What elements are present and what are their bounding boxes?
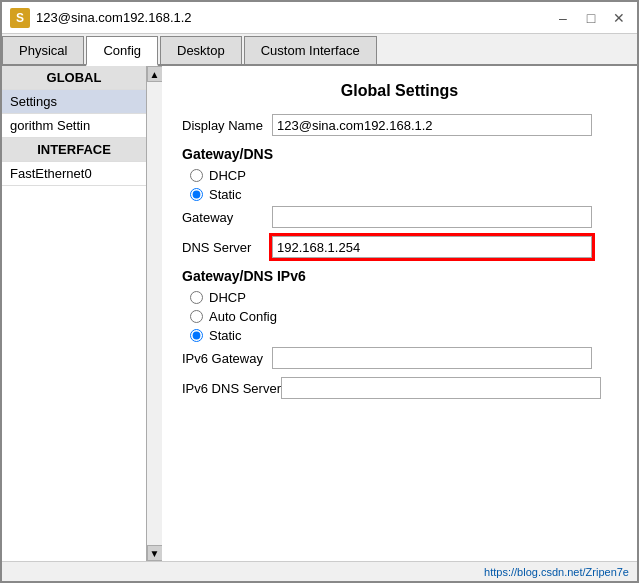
ipv6-dns-label: IPv6 DNS Server bbox=[182, 381, 281, 396]
tab-desktop[interactable]: Desktop bbox=[160, 36, 242, 64]
sidebar-item-interface-header: INTERFACE bbox=[2, 138, 146, 162]
display-name-label: Display Name bbox=[182, 118, 272, 133]
sidebar-item-algorithm[interactable]: gorithm Settin bbox=[2, 114, 146, 138]
display-name-row: Display Name bbox=[182, 114, 617, 136]
dhcp-v6-radio-row: DHCP bbox=[190, 290, 617, 305]
gateway-dns-title: Gateway/DNS bbox=[182, 146, 617, 162]
tab-config[interactable]: Config bbox=[86, 36, 158, 66]
app-icon: S bbox=[10, 8, 30, 28]
dhcp-radio-row: DHCP bbox=[190, 168, 617, 183]
ipv6-dns-input[interactable] bbox=[281, 377, 601, 399]
static-label: Static bbox=[209, 187, 242, 202]
window-title: 123@sina.com192.168.1.2 bbox=[36, 10, 553, 25]
gateway-label: Gateway bbox=[182, 210, 272, 225]
dns-server-input[interactable] bbox=[272, 236, 592, 258]
static-radio-row: Static bbox=[190, 187, 617, 202]
dhcp-v6-radio[interactable] bbox=[190, 291, 203, 304]
display-name-input[interactable] bbox=[272, 114, 592, 136]
gateway-row: Gateway bbox=[182, 206, 617, 228]
sidebar-item-global-header: GLOBAL bbox=[2, 66, 146, 90]
sidebar-item-settings[interactable]: Settings bbox=[2, 90, 146, 114]
dhcp-v6-label: DHCP bbox=[209, 290, 246, 305]
statusbar: https://blog.csdn.net/Zripen7e bbox=[2, 561, 637, 581]
dns-server-row: DNS Server bbox=[182, 236, 617, 258]
titlebar: S 123@sina.com192.168.1.2 – □ ✕ bbox=[2, 2, 637, 34]
ipv6-gateway-label: IPv6 Gateway bbox=[182, 351, 272, 366]
main-area: GLOBAL Settings gorithm Settin INTERFACE… bbox=[2, 66, 637, 561]
dhcp-radio[interactable] bbox=[190, 169, 203, 182]
dhcp-label: DHCP bbox=[209, 168, 246, 183]
tab-physical[interactable]: Physical bbox=[2, 36, 84, 64]
content-title: Global Settings bbox=[182, 82, 617, 100]
auto-config-label: Auto Config bbox=[209, 309, 277, 324]
status-url: https://blog.csdn.net/Zripen7e bbox=[484, 566, 629, 578]
tabbar: Physical Config Desktop Custom Interface bbox=[2, 34, 637, 66]
scroll-up-arrow[interactable]: ▲ bbox=[147, 66, 163, 82]
sidebar-content: GLOBAL Settings gorithm Settin INTERFACE… bbox=[2, 66, 146, 561]
main-window: S 123@sina.com192.168.1.2 – □ ✕ Physical… bbox=[0, 0, 639, 583]
auto-config-radio-row: Auto Config bbox=[190, 309, 617, 324]
sidebar-item-fastethernet[interactable]: FastEthernet0 bbox=[2, 162, 146, 186]
gateway-dns-ipv6-title: Gateway/DNS IPv6 bbox=[182, 268, 617, 284]
tab-custom-interface[interactable]: Custom Interface bbox=[244, 36, 377, 64]
static-v6-radio-row: Static bbox=[190, 328, 617, 343]
sidebar-scrollbar: ▲ ▼ bbox=[146, 66, 162, 561]
minimize-button[interactable]: – bbox=[553, 8, 573, 28]
content-area: Global Settings Display Name Gateway/DNS… bbox=[162, 66, 637, 561]
sidebar: GLOBAL Settings gorithm Settin INTERFACE… bbox=[2, 66, 162, 561]
close-button[interactable]: ✕ bbox=[609, 8, 629, 28]
static-radio[interactable] bbox=[190, 188, 203, 201]
dns-server-label: DNS Server bbox=[182, 240, 272, 255]
static-v6-label: Static bbox=[209, 328, 242, 343]
ipv6-gateway-row: IPv6 Gateway bbox=[182, 347, 617, 369]
ipv6-gateway-input[interactable] bbox=[272, 347, 592, 369]
auto-config-radio[interactable] bbox=[190, 310, 203, 323]
gateway-input[interactable] bbox=[272, 206, 592, 228]
static-v6-radio[interactable] bbox=[190, 329, 203, 342]
maximize-button[interactable]: □ bbox=[581, 8, 601, 28]
scroll-down-arrow[interactable]: ▼ bbox=[147, 545, 163, 561]
ipv6-dns-row: IPv6 DNS Server bbox=[182, 377, 617, 399]
window-controls: – □ ✕ bbox=[553, 8, 629, 28]
